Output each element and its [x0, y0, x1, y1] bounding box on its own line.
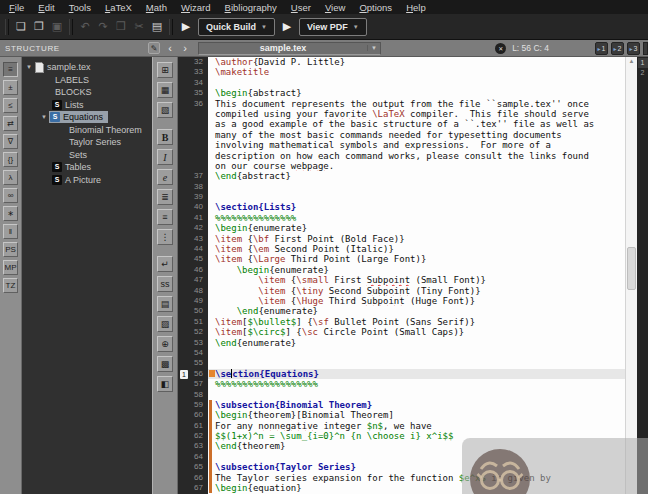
undo-icon[interactable]: ↶: [76, 18, 94, 36]
stop-icon[interactable]: ✕: [495, 43, 506, 54]
tree-item-blocks[interactable]: BLOCKS: [22, 86, 152, 99]
includegraphics-icon[interactable]: ▤: [157, 296, 173, 312]
tree-item-a-picture[interactable]: SA Picture: [22, 174, 152, 187]
editor-scrollbar[interactable]: ▲: [625, 57, 637, 494]
paste-icon[interactable]: ▤: [148, 18, 166, 36]
operators-tab[interactable]: ‖: [3, 224, 18, 239]
bookmark-marker[interactable]: 1: [180, 370, 188, 379]
italic-icon[interactable]: I: [157, 149, 173, 165]
code-line-66[interactable]: The Taylor series expansion for the func…: [208, 473, 625, 483]
line-number-61[interactable]: 61: [178, 421, 208, 431]
structure-tab[interactable]: ≡: [3, 62, 18, 77]
cross-ref-icon[interactable]: ⊕: [157, 336, 173, 352]
code-line-65[interactable]: \subsection{Taylor Series}: [208, 462, 625, 472]
code-line-wrap[interactable]: as a good example of the basic structure…: [208, 119, 625, 129]
line-number-67[interactable]: 67: [178, 483, 208, 493]
menu-tools[interactable]: Tools: [62, 2, 98, 13]
open-folder-icon[interactable]: ❐: [30, 18, 48, 36]
menu-math[interactable]: Math: [139, 2, 174, 13]
code-line-63[interactable]: \end{theorem}: [208, 441, 625, 451]
scrollbar-thumb[interactable]: [627, 247, 636, 290]
line-number-60[interactable]: 60: [178, 410, 208, 420]
line-number-wrap[interactable]: [178, 151, 208, 161]
line-number-44[interactable]: 44: [178, 244, 208, 254]
itemize-icon[interactable]: ≣: [157, 189, 173, 205]
bold-icon[interactable]: B: [157, 129, 173, 145]
line-number-gutter[interactable]: 3233343536373839404142434445464748495051…: [178, 57, 208, 494]
insert-figure-icon[interactable]: ▧: [157, 102, 173, 118]
code-line-48[interactable]: \item {\tiny Second Subpoint (Tiny Font)…: [208, 286, 625, 296]
frame-icon[interactable]: ◧: [157, 376, 173, 392]
previous-document-icon[interactable]: ‹: [164, 42, 176, 54]
tree-item-binomial-theorem[interactable]: Binomial Theorem: [22, 124, 152, 137]
code-line-54[interactable]: [208, 348, 625, 358]
code-line-41[interactable]: %%%%%%%%%%%%%%%: [208, 213, 625, 223]
enumerate-icon[interactable]: ≡: [157, 209, 173, 225]
new-file-icon[interactable]: ❏: [12, 18, 30, 36]
menu-view[interactable]: View: [318, 2, 352, 13]
line-number-41[interactable]: 41: [178, 213, 208, 223]
menu-latex[interactable]: LaTeX: [98, 2, 139, 13]
tree-item-labels[interactable]: LABELS: [22, 74, 152, 87]
misc-math-tab[interactable]: ∇: [3, 134, 18, 149]
line-number-36[interactable]: 36: [178, 99, 208, 109]
line-number-52[interactable]: 52: [178, 327, 208, 337]
arrow-symbols-tab[interactable]: ⇄: [3, 116, 18, 131]
tree-item-lists[interactable]: SLists: [22, 99, 152, 112]
cut-icon[interactable]: ✂: [130, 18, 148, 36]
tikz-tab[interactable]: TZ: [3, 278, 18, 293]
menu-wizard[interactable]: Wizard: [174, 2, 218, 13]
line-number-33[interactable]: 33: [178, 67, 208, 77]
line-number-50[interactable]: 50: [178, 306, 208, 316]
code-line-wrap[interactable]: on our course webpage.: [208, 161, 625, 171]
tree-item-equations[interactable]: ▼SEquations: [22, 111, 152, 124]
line-number-43[interactable]: 43: [178, 234, 208, 244]
figure-env-icon[interactable]: ▨: [157, 316, 173, 332]
tree-item-sample.tex[interactable]: ▼sample.tex: [22, 61, 152, 74]
line-number-65[interactable]: 65: [178, 462, 208, 472]
tree-item-sets[interactable]: Sets: [22, 149, 152, 162]
menu-bibliography[interactable]: Bibliography: [218, 2, 284, 13]
delimiters-tab[interactable]: {}: [3, 152, 18, 167]
code-line-wrap[interactable]: description on how each command works, p…: [208, 151, 625, 161]
menu-edit[interactable]: Edit: [31, 2, 61, 13]
code-line-60[interactable]: \begin{theorem}[Binomial Theorem]: [208, 410, 625, 420]
line-number-48[interactable]: 48: [178, 286, 208, 296]
line-number-59[interactable]: 59: [178, 400, 208, 410]
menu-options[interactable]: Options: [352, 2, 399, 13]
code-line-59[interactable]: \subsection{Binomial Theorem}: [208, 400, 625, 410]
bookmark-2-button[interactable]: ▸2: [611, 42, 624, 55]
tree-item-taylor-series[interactable]: Taylor Series: [22, 136, 152, 149]
code-editor[interactable]: \author{David P. Little}\maketitle\begin…: [208, 57, 625, 494]
description-icon[interactable]: ⋮: [157, 229, 173, 245]
pstricks-tab[interactable]: PS: [3, 242, 18, 257]
code-line-53[interactable]: \end{enumerate}: [208, 338, 625, 348]
line-number-34[interactable]: 34: [178, 78, 208, 88]
code-line-44[interactable]: \item {\em Second Point (Italic)}: [208, 244, 625, 254]
pdf-page-2[interactable]: 2: [638, 68, 648, 78]
metapost-tab[interactable]: MP: [3, 260, 18, 275]
misc-text-tab[interactable]: ∗: [3, 206, 18, 221]
line-number-63[interactable]: 63: [178, 441, 208, 451]
code-line-52[interactable]: \item[$\circ$] {\sc Circle Point (Small …: [208, 327, 625, 337]
code-line-49[interactable]: \item {\Huge Third Subpoint (Huge Font)}: [208, 296, 625, 306]
greek-letters-tab[interactable]: λ: [3, 170, 18, 185]
line-number-55[interactable]: 55: [178, 358, 208, 368]
code-line-37[interactable]: \end{abstract}: [208, 171, 625, 181]
line-number-35[interactable]: 35: [178, 88, 208, 98]
line-number-37[interactable]: 37: [178, 171, 208, 181]
next-document-icon[interactable]: ›: [179, 42, 191, 54]
line-number-wrap[interactable]: [178, 140, 208, 150]
line-number-wrap[interactable]: [178, 161, 208, 171]
quick-build-run-icon[interactable]: ▶: [178, 20, 194, 33]
code-line-50[interactable]: \end{enumerate}: [208, 306, 625, 316]
line-number-wrap[interactable]: [178, 109, 208, 119]
emph-icon[interactable]: e: [157, 169, 173, 185]
scroll-up-icon[interactable]: ▲: [626, 58, 637, 64]
line-number-62[interactable]: 62: [178, 431, 208, 441]
code-line-61[interactable]: For any nonnegative integer $n$, we have: [208, 421, 625, 431]
insert-tabular-icon[interactable]: ⊞: [157, 62, 173, 78]
bookmark-1-button[interactable]: ▸1: [595, 42, 608, 55]
line-number-51[interactable]: 51: [178, 317, 208, 327]
line-number-46[interactable]: 46: [178, 265, 208, 275]
